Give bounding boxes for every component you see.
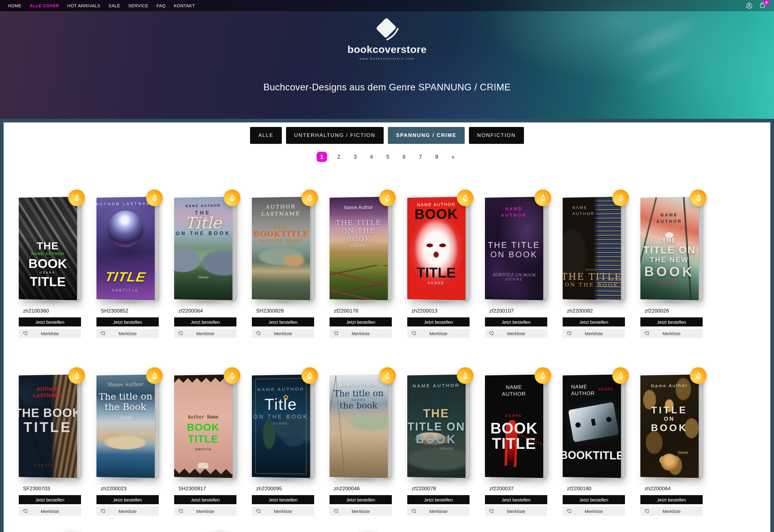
product-code: SF2300703 bbox=[23, 486, 88, 492]
wishlist-button[interactable]: Merkliste bbox=[19, 507, 81, 516]
wishlist-button[interactable]: Merkliste bbox=[252, 329, 314, 338]
cover-text-author: NAME AUTHOR bbox=[649, 212, 689, 225]
nav-item-alle-cover[interactable]: ALLE COVER bbox=[30, 3, 59, 8]
order-button[interactable]: Jetzt bestellen bbox=[407, 495, 470, 504]
book-3d-mockup[interactable]: NAME AUTHORTitleON THE BOOKGENRE bbox=[252, 375, 315, 481]
book-cover: Author NameBOOKTITLESubtitle bbox=[174, 375, 233, 478]
wishlist-button[interactable]: Merkliste bbox=[485, 507, 547, 516]
order-button[interactable]: Jetzt bestellen bbox=[407, 317, 470, 326]
order-button[interactable]: Jetzt bestellen bbox=[640, 495, 703, 504]
user-account-icon[interactable] bbox=[746, 2, 753, 9]
hot-badge bbox=[146, 190, 163, 206]
cover-text-t1: BOOK bbox=[415, 207, 458, 221]
page-6[interactable]: 6 bbox=[400, 152, 409, 162]
book-cover: NAME AUTHORGENREBOOKTITLE bbox=[485, 375, 543, 478]
hot-badge bbox=[612, 190, 629, 206]
book-3d-mockup[interactable]: AUTHOR LASTNAMETHISBOOKTITLEIS QUITE SHO… bbox=[252, 198, 315, 303]
order-button[interactable]: Jetzt bestellen bbox=[174, 317, 236, 326]
wishlist-button[interactable]: Merkliste bbox=[330, 507, 392, 516]
cover-text-genre: GENRE bbox=[440, 447, 454, 450]
page-8[interactable]: 8 bbox=[432, 152, 441, 162]
order-button[interactable]: Jetzt bestellen bbox=[252, 495, 314, 504]
order-button[interactable]: Jetzt bestellen bbox=[96, 317, 159, 326]
product-card: AUTHOR LASTNAMETHISBOOKTITLEIS QUITE SHO… bbox=[252, 198, 321, 338]
book-3d-mockup[interactable]: NAME AUTHORGenreTHE TITLEON THE BOOK bbox=[563, 198, 626, 303]
wishlist-button[interactable]: Merkliste bbox=[330, 329, 392, 338]
order-button[interactable]: Jetzt bestellen bbox=[485, 495, 547, 504]
cover-text-t1: BOOK bbox=[187, 422, 220, 433]
page-7[interactable]: 7 bbox=[416, 152, 425, 162]
book-3d-mockup[interactable]: Name AuthorTITLEONBOOKGenre bbox=[640, 375, 703, 481]
order-button[interactable]: Jetzt bestellen bbox=[19, 495, 81, 504]
cart-button[interactable]: 0 bbox=[759, 2, 766, 10]
wishlist-button[interactable]: Merkliste bbox=[174, 329, 236, 338]
book-3d-mockup[interactable]: NAME AUTHORBOOKTITLEGENRE bbox=[407, 198, 470, 303]
book-3d-mockup[interactable]: NAME AUTHORGENREBOOKTITLE bbox=[563, 375, 626, 481]
page-1[interactable]: 1 bbox=[317, 152, 327, 162]
flame-icon bbox=[616, 193, 626, 203]
book-3d-mockup[interactable]: Author NameBOOKTITLESubtitle bbox=[174, 375, 237, 481]
page-4[interactable]: 4 bbox=[367, 152, 376, 162]
flame-icon bbox=[382, 193, 393, 203]
tab-unterhaltung-fiction[interactable]: UNTERHALTUNG / FICTION bbox=[286, 127, 384, 144]
order-button[interactable]: Jetzt bestellen bbox=[640, 317, 703, 326]
order-button[interactable]: Jetzt bestellen bbox=[330, 317, 392, 326]
nav-item-sale[interactable]: SALE bbox=[109, 3, 120, 8]
wishlist-button[interactable]: Merkliste bbox=[407, 329, 470, 338]
page-5[interactable]: 5 bbox=[383, 152, 392, 162]
product-code: SH2300852 bbox=[101, 308, 166, 314]
book-cover: AUTHOR LASTNAMETHISBOOKTITLEIS QUITE SHO… bbox=[252, 197, 310, 300]
brand-name: bookcoverstore bbox=[347, 44, 427, 55]
cover-text-t3: BOOK bbox=[416, 433, 457, 446]
wishlist-button[interactable]: Merkliste bbox=[485, 329, 547, 338]
tab-nonfiction[interactable]: NONFICTION bbox=[469, 127, 524, 144]
order-button[interactable]: Jetzt bestellen bbox=[563, 495, 625, 504]
book-3d-mockup[interactable]: AUTHOR LASTNAMETITLESUBTITLE bbox=[96, 198, 159, 303]
page-3[interactable]: 3 bbox=[351, 152, 360, 162]
book-3d-mockup[interactable]: NAME AUTHORThe title onGENREthe book bbox=[330, 375, 392, 481]
cover-text-genre: GENRE bbox=[273, 422, 288, 426]
wishlist-button[interactable]: Merkliste bbox=[640, 507, 703, 516]
nav-item-kontakt[interactable]: KONTAKT bbox=[174, 3, 195, 8]
book-3d-mockup[interactable]: Name AuthorTHE TITLEON THEBOOKGENRE bbox=[330, 198, 392, 303]
wishlist-button[interactable]: Merkliste bbox=[640, 329, 703, 338]
nav-item-hot-arrivals[interactable]: HOT ARRIVALS bbox=[67, 3, 100, 8]
tab-alle[interactable]: ALLE bbox=[250, 127, 281, 144]
wishlist-button[interactable]: Merkliste bbox=[563, 329, 625, 338]
wishlist-button[interactable]: Merkliste bbox=[407, 507, 470, 516]
order-button[interactable]: Jetzt bestellen bbox=[96, 495, 159, 504]
wishlist-button[interactable]: Merkliste bbox=[96, 329, 159, 338]
book-3d-mockup[interactable]: NAME AUTHORTHETITLE ONBOOKGENRE bbox=[407, 375, 470, 481]
tab-spannung-crime[interactable]: SPANNUNG / CRIME bbox=[388, 127, 465, 144]
order-button[interactable]: Jetzt bestellen bbox=[330, 495, 392, 504]
wishlist-button[interactable]: Merkliste bbox=[174, 507, 236, 516]
book-3d-mockup[interactable]: NAME AUTHORGENREBOOKTITLE bbox=[485, 375, 548, 481]
hot-badge bbox=[535, 190, 551, 206]
book-3d-mockup[interactable]: Name AuthorThe title onthe BookGenre bbox=[96, 375, 159, 481]
wishlist-button[interactable]: Merkliste bbox=[19, 329, 81, 338]
nav-item-home[interactable]: HOME bbox=[8, 3, 21, 8]
book-3d-mockup[interactable]: NAME AUTHORTHE TITLEON BOOKSUBTITLE ON B… bbox=[485, 198, 548, 303]
book-3d-mockup[interactable]: NAME AUTHORTHETITLE ONTHE NEWBOOKGENRE bbox=[640, 198, 703, 303]
wishlist-button[interactable]: Merkliste bbox=[252, 507, 314, 516]
order-button[interactable]: Jetzt bestellen bbox=[19, 317, 81, 326]
cover-text-t3: BOOK bbox=[346, 235, 371, 243]
order-button[interactable]: Jetzt bestellen bbox=[252, 317, 314, 326]
order-button[interactable]: Jetzt bestellen bbox=[485, 317, 547, 326]
page-next[interactable]: » bbox=[449, 152, 458, 162]
nav-item-service[interactable]: SERVICE bbox=[128, 3, 148, 8]
book-3d-mockup[interactable]: AUTHOR LASTNAMETHE BOOKTITLESUBTITLE bbox=[19, 375, 82, 481]
next-row-hint bbox=[4, 527, 770, 532]
order-button[interactable]: Jetzt bestellen bbox=[174, 495, 236, 504]
order-button[interactable]: Jetzt bestellen bbox=[563, 317, 625, 326]
heart-plus-icon bbox=[178, 331, 184, 336]
nav-item-faq[interactable]: FAQ bbox=[156, 3, 165, 8]
page-2[interactable]: 2 bbox=[334, 152, 343, 162]
wishlist-button[interactable]: Merkliste bbox=[96, 507, 159, 516]
book-3d-mockup[interactable]: NAME AUTHORTHETitleON THE BOOKGenre bbox=[174, 198, 237, 303]
wishlist-button[interactable]: Merkliste bbox=[563, 507, 625, 516]
hot-badge bbox=[457, 367, 473, 384]
product-card: THENAME AUTHORBOOKGENRETITLE zh2100360 J… bbox=[19, 198, 88, 338]
cover-text-author: AUTHOR LASTNAME bbox=[96, 202, 155, 207]
book-3d-mockup[interactable]: THENAME AUTHORBOOKGENRETITLE bbox=[19, 198, 82, 303]
